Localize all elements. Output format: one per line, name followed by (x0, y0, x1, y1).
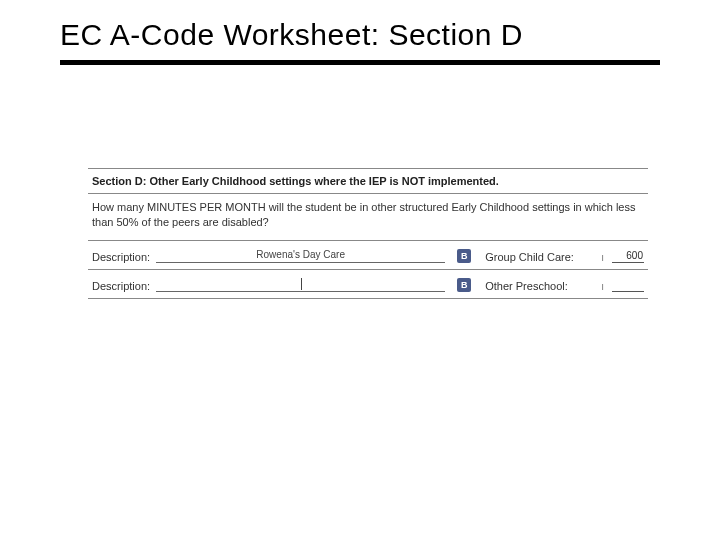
description-input[interactable]: Rowena's Day Care (156, 249, 445, 263)
description-input[interactable] (156, 278, 445, 292)
slide: EC A-Code Worksheet: Section D Section D… (0, 0, 720, 540)
category-label: Other Preschool: (485, 280, 595, 292)
page-title: EC A-Code Worksheet: Section D (60, 18, 660, 65)
tick-icon: ı (601, 281, 604, 292)
section-header: Section D: Other Early Childhood setting… (88, 168, 648, 194)
tick-icon: ı (601, 252, 604, 263)
minutes-input[interactable]: 600 (612, 250, 644, 263)
section-d-form: Section D: Other Early Childhood setting… (88, 168, 648, 299)
category-label: Group Child Care: (485, 251, 595, 263)
section-instructions: How many MINUTES PER MONTH will the stud… (88, 194, 648, 241)
description-label: Description: (92, 251, 150, 263)
text-cursor-icon (301, 278, 302, 290)
code-chip-icon: B (457, 278, 471, 292)
form-row: Description: Rowena's Day Care B Group C… (88, 241, 648, 270)
code-chip-icon: B (457, 249, 471, 263)
title-container: EC A-Code Worksheet: Section D (60, 18, 660, 65)
minutes-input[interactable] (612, 279, 644, 292)
description-label: Description: (92, 280, 150, 292)
form-row: Description: B Other Preschool: ı (88, 270, 648, 299)
